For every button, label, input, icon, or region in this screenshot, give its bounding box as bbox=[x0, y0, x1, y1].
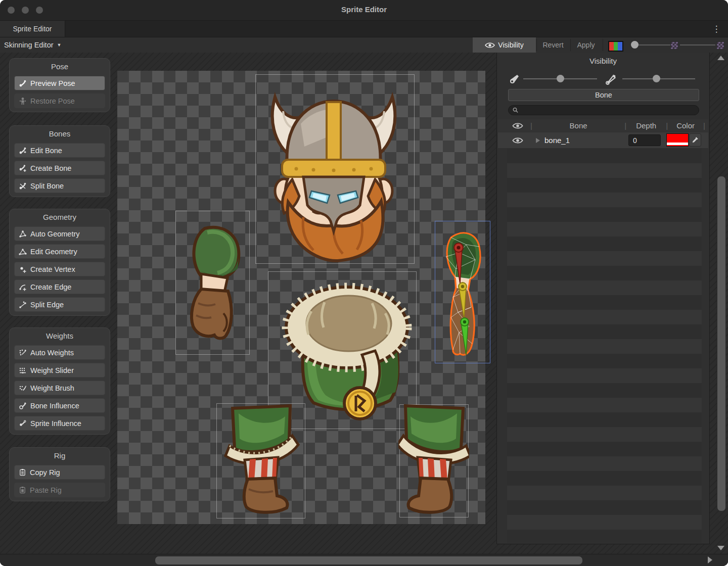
zoom-slider-handle[interactable] bbox=[631, 41, 639, 49]
weight-slider-icon bbox=[19, 366, 27, 374]
auto-weights-icon bbox=[19, 349, 27, 357]
mitten-arm-sprite[interactable] bbox=[177, 222, 250, 341]
sprite-editor-window: Sprite Editor Sprite Editor ⋮ Skinning E… bbox=[0, 0, 728, 566]
editor-main-area: Pose Preview Pose Restore Pose Bones bbox=[0, 53, 728, 566]
figure-icon bbox=[19, 97, 27, 105]
column-depth[interactable]: Depth bbox=[629, 121, 663, 130]
split-edge-button[interactable]: Split Edge bbox=[14, 297, 105, 312]
revert-button[interactable]: Revert bbox=[537, 37, 569, 53]
bone-search-field[interactable] bbox=[508, 105, 699, 115]
auto-geometry-icon bbox=[19, 230, 27, 238]
bones-panel: Bones Edit Bone Create Bone Split Bone bbox=[9, 125, 110, 197]
geometry-panel-title: Geometry bbox=[14, 213, 105, 221]
toolbar: Skinning Editor ▼ Visibility Revert Appl… bbox=[0, 37, 728, 53]
mesh-opacity-slider-handle[interactable] bbox=[653, 75, 660, 82]
rig-panel: Rig Copy Rig Paste Rig bbox=[9, 447, 110, 501]
tab-bar: Sprite Editor ⋮ bbox=[0, 21, 728, 37]
bone-visibility-eye-icon[interactable] bbox=[512, 137, 523, 144]
weight-brush-icon bbox=[19, 384, 27, 392]
bone-depth-input[interactable] bbox=[628, 134, 661, 146]
split-edge-icon bbox=[19, 301, 27, 309]
vertical-scrollbar-thumb[interactable] bbox=[717, 176, 726, 511]
right-leg-sprite[interactable] bbox=[398, 404, 469, 517]
visibility-toggle-button[interactable]: Visibility bbox=[473, 37, 536, 53]
paste-rig-button[interactable]: Paste Rig bbox=[14, 483, 105, 497]
clipboard-paste-icon bbox=[19, 486, 26, 494]
mip-max-icon bbox=[716, 41, 724, 50]
skinning-editor-dropdown[interactable]: Skinning Editor ▼ bbox=[4, 39, 61, 51]
split-bone-icon bbox=[19, 182, 27, 190]
mesh-opacity-icon bbox=[605, 73, 617, 85]
sprite-influence-icon bbox=[19, 419, 27, 428]
visibility-panel-title: Visibility bbox=[497, 57, 709, 65]
weight-brush-button[interactable]: Weight Brush bbox=[14, 381, 105, 395]
restore-pose-button[interactable]: Restore Pose bbox=[14, 93, 105, 108]
horizontal-scrollbar bbox=[0, 554, 728, 566]
geometry-panel: Geometry Auto Geometry Edit Geometry Cre… bbox=[9, 209, 110, 316]
weights-panel: Weights Auto Weights Weight Slider We bbox=[9, 327, 110, 435]
zoom-slider-track[interactable] bbox=[636, 44, 670, 45]
pose-panel-title: Pose bbox=[14, 62, 105, 71]
scroll-up-arrow[interactable] bbox=[717, 56, 724, 60]
create-bone-button[interactable]: Create Bone bbox=[14, 161, 105, 175]
eyedropper-icon bbox=[692, 136, 699, 144]
split-bone-button[interactable]: Split Bone bbox=[14, 178, 105, 193]
edit-geometry-button[interactable]: Edit Geometry bbox=[14, 244, 105, 259]
rig-panel-title: Rig bbox=[14, 451, 105, 460]
torso-sprite[interactable] bbox=[276, 276, 418, 422]
expander-triangle-icon[interactable] bbox=[535, 137, 540, 144]
eye-icon bbox=[485, 42, 495, 49]
mip-slider-track[interactable] bbox=[680, 44, 715, 45]
search-input[interactable] bbox=[521, 106, 695, 115]
column-color[interactable]: Color bbox=[671, 121, 700, 130]
bone-list-empty-rows bbox=[507, 149, 702, 543]
create-edge-icon bbox=[19, 283, 27, 291]
visibility-column-eye-icon[interactable] bbox=[512, 122, 523, 129]
auto-geometry-button[interactable]: Auto Geometry bbox=[14, 226, 105, 241]
bone-influence-button[interactable]: Bone Influence bbox=[14, 398, 105, 413]
preview-pose-button[interactable]: Preview Pose bbox=[14, 76, 105, 90]
apply-button[interactable]: Apply bbox=[572, 37, 600, 53]
bone-name: bone_1 bbox=[544, 136, 570, 145]
window-title: Sprite Editor bbox=[0, 5, 728, 14]
bone-opacity-slider-handle[interactable] bbox=[557, 75, 564, 82]
kebab-menu-icon[interactable]: ⋮ bbox=[712, 23, 721, 35]
column-bone[interactable]: Bone bbox=[535, 121, 621, 130]
scroll-down-arrow[interactable] bbox=[717, 546, 724, 550]
viking-head-sprite[interactable] bbox=[253, 76, 415, 263]
tab-sprite-editor[interactable]: Sprite Editor bbox=[0, 21, 65, 37]
bone-icon bbox=[19, 79, 27, 87]
selected-arm-sprite[interactable] bbox=[436, 226, 489, 361]
scroll-right-arrow[interactable] bbox=[708, 556, 712, 563]
bone-tab[interactable]: Bone bbox=[508, 89, 699, 101]
bone-influence-icon bbox=[19, 402, 27, 410]
eyedropper-button[interactable] bbox=[689, 133, 701, 147]
weight-slider-button[interactable]: Weight Slider bbox=[14, 363, 105, 378]
title-bar: Sprite Editor bbox=[0, 0, 728, 21]
left-leg-sprite[interactable] bbox=[218, 403, 305, 517]
visibility-panel: Visibility Bone bbox=[496, 53, 710, 544]
rgb-alpha-toggle-button[interactable] bbox=[608, 41, 623, 52]
pose-panel: Pose Preview Pose Restore Pose bbox=[9, 58, 110, 112]
create-vertex-icon bbox=[19, 265, 27, 273]
create-bone-icon bbox=[19, 164, 27, 172]
edit-bone-icon bbox=[19, 147, 27, 155]
sprite-influence-button[interactable]: Sprite Influence bbox=[14, 416, 105, 431]
bone-opacity-icon bbox=[509, 73, 520, 84]
horizontal-scrollbar-thumb[interactable] bbox=[155, 556, 583, 565]
mip-level-icon[interactable] bbox=[670, 41, 678, 50]
alpha-bar bbox=[667, 143, 688, 145]
search-icon bbox=[513, 107, 518, 113]
bone-row[interactable]: bone_1 bbox=[498, 132, 708, 148]
copy-rig-button[interactable]: Copy Rig bbox=[14, 465, 105, 480]
create-vertex-button[interactable]: Create Vertex bbox=[14, 262, 105, 276]
bones-panel-title: Bones bbox=[14, 129, 105, 138]
create-edge-button[interactable]: Create Edge bbox=[14, 279, 105, 294]
auto-weights-button[interactable]: Auto Weights bbox=[14, 345, 105, 360]
edit-bone-button[interactable]: Edit Bone bbox=[14, 143, 105, 158]
bone-color-swatch[interactable] bbox=[666, 133, 689, 147]
clipboard-copy-icon bbox=[19, 468, 26, 476]
edit-geometry-icon bbox=[19, 248, 27, 256]
chevron-down-icon: ▼ bbox=[57, 42, 62, 48]
weights-panel-title: Weights bbox=[14, 332, 105, 340]
